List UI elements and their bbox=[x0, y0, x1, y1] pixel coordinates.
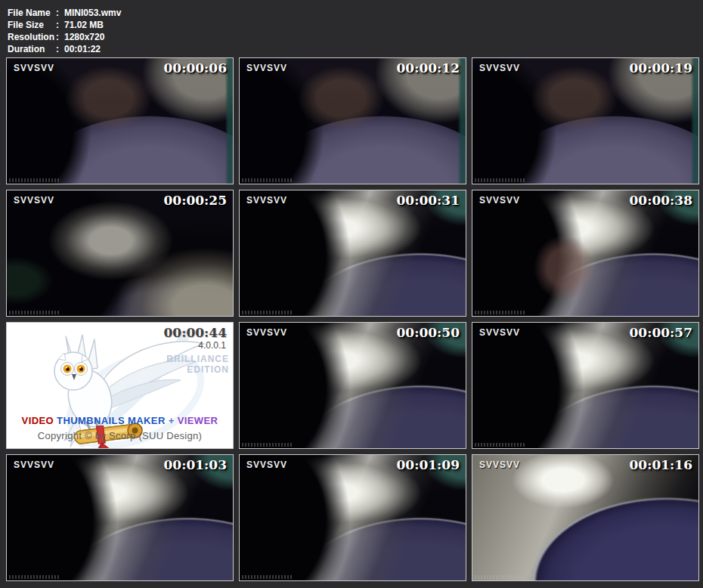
watermark-label: SVVSVV bbox=[479, 327, 520, 338]
edition-label: BRILLIANCE EDITION bbox=[166, 354, 229, 375]
timestamp-label: 00:00:44 bbox=[163, 325, 227, 340]
micro-watermark bbox=[475, 311, 526, 314]
contact-sheet: File Name:MINI053.wmv File Size:71.02 MB… bbox=[0, 0, 703, 581]
brand-maker: THUMBNAILS MAKER bbox=[57, 415, 166, 426]
brand-title: VIDEO THUMBNAILS MAKER + VIEWER bbox=[7, 415, 233, 426]
thumbnail-grid: SVVSVV 00:00:06 SVVSVV 00:00:12 SVVSVV 0… bbox=[6, 57, 699, 581]
separator: : bbox=[56, 31, 59, 43]
micro-watermark bbox=[9, 311, 60, 314]
timestamp-label: 00:00:25 bbox=[163, 193, 227, 208]
file-size-value: 71.02 MB bbox=[64, 20, 104, 30]
duration-row: Duration:00:01:22 bbox=[8, 43, 703, 55]
micro-watermark bbox=[242, 178, 293, 182]
video-thumbnail: SVVSVV 00:00:06 bbox=[6, 57, 234, 184]
separator: : bbox=[56, 43, 59, 55]
watermark-label: SVVSVV bbox=[479, 460, 520, 470]
watermark-label: SVVSVV bbox=[479, 195, 520, 206]
watermark-label: SVVSVV bbox=[246, 460, 287, 470]
watermark-label: SVVSVV bbox=[479, 63, 520, 73]
edition-line2: EDITION bbox=[166, 364, 229, 375]
video-thumbnail: SVVSVV 00:00:57 bbox=[472, 322, 699, 449]
timestamp-label: 00:01:03 bbox=[163, 457, 227, 472]
micro-watermark bbox=[475, 443, 526, 447]
video-thumbnail: SVVSVV 00:00:38 bbox=[472, 190, 699, 317]
timestamp-label: 00:00:38 bbox=[629, 193, 692, 208]
micro-watermark bbox=[475, 575, 526, 579]
separator: : bbox=[56, 19, 59, 31]
file-name-label: File Name bbox=[8, 7, 56, 19]
watermark-label: SVVSVV bbox=[246, 327, 287, 338]
logo-card: 00:00:44 4.0.0.1 BRILLIANCE EDITION bbox=[6, 322, 234, 449]
watermark-label: SVVSVV bbox=[14, 63, 54, 73]
video-thumbnail: SVVSVV 00:01:03 bbox=[6, 454, 234, 581]
brand-video: VIDEO bbox=[22, 415, 54, 426]
file-name-row: File Name:MINI053.wmv bbox=[8, 7, 703, 19]
separator: : bbox=[56, 7, 59, 19]
copyright-label: Copyright © by Scorp (SUU Design) bbox=[7, 430, 233, 441]
version-label: 4.0.0.1 bbox=[198, 340, 226, 351]
timestamp-label: 00:00:50 bbox=[396, 325, 460, 340]
resolution-row: Resolution:1280x720 bbox=[8, 31, 703, 43]
video-thumbnail: SVVSVV 00:00:31 bbox=[239, 190, 466, 317]
video-thumbnail: SVVSVV 00:00:12 bbox=[239, 57, 466, 184]
micro-watermark bbox=[475, 178, 526, 182]
video-thumbnail: SVVSVV 00:01:16 bbox=[472, 454, 699, 581]
watermark-label: SVVSVV bbox=[14, 195, 54, 206]
duration-value: 00:01:22 bbox=[64, 44, 101, 54]
resolution-value: 1280x720 bbox=[64, 32, 104, 42]
timestamp-label: 00:01:09 bbox=[396, 457, 460, 472]
timestamp-label: 00:00:19 bbox=[629, 60, 692, 76]
micro-watermark bbox=[242, 575, 293, 579]
micro-watermark bbox=[9, 178, 60, 182]
watermark-label: SVVSVV bbox=[14, 460, 54, 470]
brand-viewer: VIEWER bbox=[178, 415, 218, 426]
micro-watermark bbox=[9, 575, 60, 579]
video-thumbnail: SVVSVV 00:00:25 bbox=[6, 190, 234, 317]
video-thumbnail: SVVSVV 00:00:19 bbox=[472, 57, 699, 184]
timestamp-label: 00:01:16 bbox=[629, 457, 692, 472]
edition-line1: BRILLIANCE bbox=[166, 354, 229, 364]
video-thumbnail: SVVSVV 00:00:50 bbox=[239, 322, 466, 449]
timestamp-label: 00:00:12 bbox=[396, 60, 460, 76]
file-info-panel: File Name:MINI053.wmv File Size:71.02 MB… bbox=[0, 0, 703, 55]
file-size-row: File Size:71.02 MB bbox=[8, 19, 703, 31]
timestamp-label: 00:00:06 bbox=[163, 60, 227, 76]
micro-watermark bbox=[242, 443, 293, 447]
video-thumbnail: SVVSVV 00:01:09 bbox=[239, 454, 466, 581]
watermark-label: SVVSVV bbox=[246, 195, 287, 206]
brand-plus: + bbox=[169, 415, 175, 426]
duration-label: Duration bbox=[8, 43, 56, 55]
timestamp-label: 00:00:31 bbox=[396, 193, 460, 208]
watermark-label: SVVSVV bbox=[246, 63, 287, 73]
micro-watermark bbox=[242, 311, 293, 314]
timestamp-label: 00:00:57 bbox=[629, 325, 692, 340]
file-size-label: File Size bbox=[8, 19, 56, 31]
file-name-value: MINI053.wmv bbox=[64, 8, 121, 18]
resolution-label: Resolution bbox=[8, 31, 56, 43]
